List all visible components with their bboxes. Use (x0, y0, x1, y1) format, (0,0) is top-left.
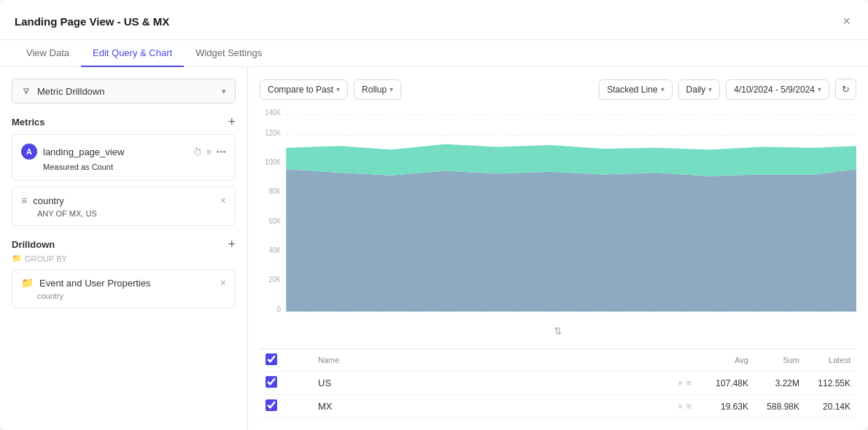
drilldown-remove-button[interactable]: × (220, 277, 226, 289)
row-mx-checkbox[interactable] (266, 399, 277, 411)
timer-icon[interactable]: ⏱ (193, 146, 202, 157)
metric-actions: ⏱ ≡ ••• (193, 146, 226, 157)
chart-type-chevron-icon: ▾ (661, 85, 664, 93)
drilldown-title: Drilldown (12, 239, 55, 250)
drilldown-card: 📁 Event and User Properties × country (12, 269, 236, 308)
filter-row: ≡ country × (21, 195, 226, 206)
metric-name: landing_page_view (43, 146, 187, 157)
metric-row: A landing_page_view ⏱ ≡ ••• (21, 144, 226, 160)
table-row: MX × ≡ 19.63K 588.98K 20.14K (260, 395, 856, 418)
modal-body: ⛛ Metric Drilldown ▾ Metrics + A landing… (0, 67, 868, 430)
granularity-chevron-icon: ▾ (708, 85, 712, 93)
metrics-section-header: Metrics + (12, 115, 236, 128)
svg-text:100K: 100K (265, 157, 281, 166)
svg-text:80K: 80K (268, 187, 281, 196)
compare-to-past-button[interactable]: Compare to Past ▾ (260, 79, 348, 100)
data-table: Name Avg Sum Latest US × ≡ 107.48K 3.22M (260, 348, 856, 418)
rollup-chevron-icon: ▾ (390, 85, 393, 93)
row-us-name: US (318, 378, 678, 388)
filter-remove-button[interactable]: × (220, 195, 226, 206)
drilldown-header: Drilldown + (12, 238, 236, 251)
tab-view-data[interactable]: View Data (15, 40, 81, 67)
filter-values: MX, US (69, 209, 97, 218)
refresh-button[interactable]: ↻ (835, 79, 856, 100)
row-us-check (266, 376, 292, 390)
row-mx-lines-icon[interactable]: ≡ (686, 401, 691, 412)
metric-card: A landing_page_view ⏱ ≡ ••• Measured as … (12, 134, 236, 181)
expand-collapse-icon[interactable]: ⇅ (554, 325, 562, 337)
row-mx-name: MX (318, 401, 678, 412)
drilldown-sub: country (37, 292, 226, 300)
date-range-chevron-icon: ▾ (818, 85, 821, 93)
row-us-latest: 112.55K (799, 378, 850, 388)
header-sum: Sum (748, 356, 799, 364)
row-mx-latest: 20.14K (799, 402, 850, 412)
drilldown-folder-icon: 📁 (21, 277, 34, 289)
folder-icon: 📁 (12, 254, 22, 263)
filter-name: country (33, 195, 214, 206)
metric-measured-as-value: Count (92, 163, 113, 171)
svg-text:40K: 40K (268, 246, 281, 254)
check-all-checkbox[interactable] (266, 353, 277, 365)
row-mx-remove-icon[interactable]: × (678, 401, 683, 412)
rollup-button[interactable]: Rollup ▾ (354, 79, 401, 100)
svg-text:60K: 60K (268, 216, 281, 225)
modal-header: Landing Page View - US & MX × (0, 0, 868, 40)
group-by-label: 📁 GROUP BY (12, 254, 236, 263)
row-mx-check (266, 399, 292, 413)
metric-avatar: A (21, 144, 37, 160)
filter-sub: ANY OF MX, US (37, 209, 226, 218)
chart-type-button[interactable]: Stacked Line ▾ (599, 79, 672, 100)
add-drilldown-button[interactable]: + (228, 238, 236, 251)
filter-lines-icon[interactable]: ≡ (206, 146, 212, 157)
add-metric-button[interactable]: + (228, 115, 236, 128)
header-check-all (266, 353, 292, 367)
table-header-row: Name Avg Sum Latest (260, 349, 856, 372)
metrics-section: Metrics + A landing_page_view ⏱ ≡ ••• (12, 115, 236, 226)
modal-container: Landing Page View - US & MX × View Data … (0, 0, 868, 430)
header-name: Name (318, 356, 697, 364)
tab-bar: View Data Edit Query & Chart Widget Sett… (0, 40, 868, 67)
svg-text:140K: 140K (265, 109, 281, 117)
drilldown-name: Event and User Properties (39, 278, 214, 289)
svg-text:0: 0 (277, 305, 281, 313)
row-us-lines-icon[interactable]: ≡ (686, 378, 691, 388)
chevron-down-icon: ▾ (222, 87, 226, 96)
row-us-checkbox[interactable] (266, 376, 277, 388)
date-range-button[interactable]: 4/10/2024 - 5/9/2024 ▾ (726, 79, 829, 100)
chart-controls: Compare to Past ▾ Rollup ▾ Stacked Line … (260, 79, 856, 100)
row-us-remove-icon[interactable]: × (678, 378, 683, 388)
tab-edit-query-chart[interactable]: Edit Query & Chart (81, 40, 184, 67)
left-panel: ⛛ Metric Drilldown ▾ Metrics + A landing… (0, 67, 248, 430)
more-options-icon[interactable]: ••• (216, 146, 226, 157)
row-mx-sum: 588.98K (748, 402, 799, 412)
row-us-avg: 107.48K (697, 378, 748, 388)
close-button[interactable]: × (840, 12, 853, 31)
granularity-button[interactable]: Daily ▾ (678, 79, 721, 100)
filter-icon: ≡ (21, 195, 27, 206)
header-latest: Latest (799, 356, 850, 364)
filter-card: ≡ country × ANY OF MX, US (12, 187, 236, 226)
drilldown-section: Drilldown + 📁 GROUP BY 📁 Event and User … (12, 238, 236, 308)
compare-chevron-icon: ▾ (336, 85, 340, 93)
metric-sub: Measured as Count (43, 163, 226, 171)
drilldown-row: 📁 Event and User Properties × (21, 277, 226, 289)
chart-area: 0 20K 40K 60K 80K 100K 120K 140K (260, 109, 856, 313)
metric-drilldown-dropdown[interactable]: ⛛ Metric Drilldown ▾ (12, 79, 236, 103)
dropdown-label: Metric Drilldown (37, 86, 216, 97)
chart-icon: ⛛ (21, 85, 31, 97)
chart-expand[interactable]: ⇅ (260, 325, 856, 337)
modal-title: Landing Page View - US & MX (15, 15, 169, 36)
row-us-sum: 3.22M (748, 378, 799, 388)
header-avg: Avg (697, 356, 748, 364)
table-row: US × ≡ 107.48K 3.22M 112.55K (260, 372, 856, 395)
svg-text:120K: 120K (265, 128, 281, 137)
row-mx-avg: 19.63K (697, 402, 748, 412)
svg-text:20K: 20K (268, 275, 281, 284)
metrics-title: Metrics (12, 117, 45, 128)
right-panel: Compare to Past ▾ Rollup ▾ Stacked Line … (248, 67, 868, 430)
tab-widget-settings[interactable]: Widget Settings (184, 40, 274, 67)
stacked-line-chart: 0 20K 40K 60K 80K 100K 120K 140K (260, 109, 856, 313)
